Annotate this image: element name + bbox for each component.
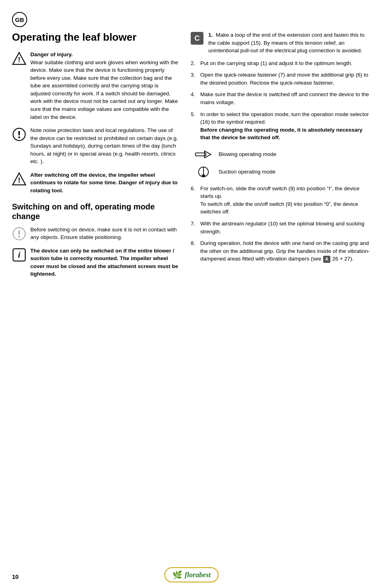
- suction-mode-row: Suction operating mode: [195, 165, 371, 179]
- suction-mode-label: Suction operating mode: [219, 169, 276, 175]
- page: GB Operating the leaf blower ! Danger of…: [0, 0, 383, 588]
- list-num-2: 2.: [191, 59, 197, 67]
- list-item-3: 3. Open the quick-release fastener (7) a…: [191, 71, 371, 87]
- suction-mode-icon: [195, 165, 212, 179]
- list-item-2: 2. Put on the carrying strap (1) and adj…: [191, 59, 371, 67]
- florabest-leaf-icon: 🌿: [172, 570, 182, 580]
- circle-exclaim-grey-icon: [12, 227, 26, 241]
- list-text-4: Make sure that the device is switched of…: [200, 91, 371, 106]
- before-switching-text: Before switching on device, make sure it…: [30, 226, 180, 241]
- warning-block-noise: Note noise protection laws and local reg…: [12, 126, 180, 166]
- noise-warning-text: Note noise protection laws and local reg…: [30, 126, 180, 166]
- a-badge: A: [323, 256, 330, 263]
- c-badge: C: [191, 32, 203, 45]
- circle-exclaim-icon: [12, 127, 26, 142]
- list-num-6: 6.: [191, 185, 197, 216]
- impeller-warning-text: After switching off the device, the impe…: [30, 171, 180, 195]
- svg-text:!: !: [18, 56, 20, 64]
- svg-rect-8: [18, 230, 20, 235]
- blowing-mode-row: Blowing operating mode: [195, 147, 371, 162]
- list-num-5: 5.: [191, 110, 197, 142]
- list-item-7: 7. With the airstream regulator (10) set…: [191, 220, 371, 235]
- svg-rect-3: [18, 131, 20, 136]
- warning-block-before-switching: Before switching on device, make sure it…: [12, 226, 180, 241]
- c-block: C 1. Make a loop of the end of the exten…: [191, 31, 371, 55]
- c-intro-text: 1. Make a loop of the end of the extensi…: [208, 31, 371, 55]
- list-num-4: 4.: [191, 91, 197, 106]
- list-item-8: 8. During operation, hold the device wit…: [191, 239, 371, 263]
- triangle-warning-icon-2: !: [12, 172, 26, 186]
- svg-marker-16: [201, 175, 206, 178]
- section-heading-switching: Switching on and off, operating mode cha…: [12, 202, 180, 221]
- list-text-6: For switch-on, slide the on/off switch (…: [200, 185, 371, 216]
- numbered-list-lower: 6. For switch-on, slide the on/off switc…: [191, 185, 371, 263]
- list-text-7: With the airstream regulator (10) set th…: [200, 220, 371, 235]
- gb-badge: GB: [12, 12, 27, 27]
- warning-block-danger: ! Danger of injury. Wear suitable clothi…: [12, 51, 180, 121]
- mode-icons-block: Blowing operating mode Suction operating…: [195, 147, 371, 179]
- list-num-8: 8.: [191, 239, 197, 263]
- svg-text:i: i: [18, 251, 20, 259]
- florabest-logo-inner: 🌿 florabest: [164, 567, 219, 582]
- list-num-7: 7.: [191, 220, 197, 235]
- warning-block-impeller: ! After switching off the device, the im…: [12, 171, 180, 195]
- svg-point-4: [18, 136, 20, 138]
- list-text-2: Put on the carrying strap (1) and adjust…: [200, 59, 352, 67]
- list-item-6: 6. For switch-on, slide the on/off switc…: [191, 185, 371, 216]
- info-text: The device can only be switched on if th…: [30, 247, 180, 278]
- warning-block-info: i The device can only be switched on if …: [12, 247, 180, 278]
- svg-marker-13: [205, 151, 211, 158]
- page-title: Operating the leaf blower: [12, 31, 180, 43]
- list-item-5: 5. In order to select the operation mode…: [191, 110, 371, 142]
- list-text-8: During operation, hold the device with o…: [200, 239, 371, 263]
- florabest-text: florabest: [185, 571, 211, 579]
- right-column: C 1. Make a loop of the end of the exten…: [191, 31, 371, 284]
- blowing-mode-label: Blowing operating mode: [219, 151, 276, 157]
- blowing-mode-icon: [195, 147, 212, 162]
- florabest-logo: 🌿 florabest: [164, 567, 219, 582]
- list-text-5: In order to select the operation mode, t…: [200, 110, 371, 142]
- svg-point-9: [18, 236, 20, 238]
- svg-text:!: !: [18, 176, 20, 184]
- page-number: 10: [12, 573, 19, 580]
- list-num-3: 3.: [191, 71, 197, 87]
- info-box-icon: i: [12, 248, 26, 262]
- list-item-4: 4. Make sure that the device is switched…: [191, 91, 371, 106]
- triangle-warning-icon: !: [12, 51, 26, 66]
- danger-warning-text: Danger of injury. Wear suitable clothing…: [30, 51, 180, 121]
- list-text-3: Open the quick-release fastener (7) and …: [200, 71, 371, 87]
- numbered-list-main: 2. Put on the carrying strap (1) and adj…: [191, 59, 371, 142]
- left-column: Operating the leaf blower ! Danger of in…: [12, 31, 180, 284]
